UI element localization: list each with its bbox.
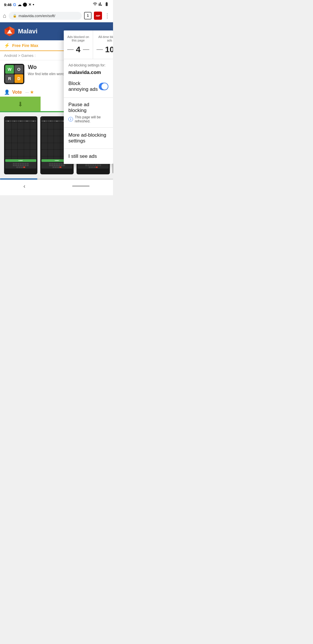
alltime-count: 10 (97, 45, 113, 54)
stars-area[interactable]: ··· ★ (25, 89, 34, 95)
x-icon: ✕ (28, 3, 31, 7)
ads-blocked-count: 4 (67, 45, 89, 54)
cloud-icon: ☁ (18, 3, 21, 7)
block-ads-toggle[interactable] (99, 83, 108, 90)
more-settings-row[interactable]: More ad-blocking settings (64, 128, 113, 149)
still-ads-row[interactable]: I still see ads (64, 149, 113, 164)
ads-blocked-label: Ads blocked on this page (67, 35, 89, 42)
browser-bar: ⌂ 🔒 malavida.com/en/soft/ 1 ABP ⋮ (0, 9, 113, 22)
app-icon: W O R D (4, 64, 24, 84)
dash-left-2 (97, 49, 103, 50)
info-circle-icon: i (68, 117, 73, 122)
scroll-indicator (0, 178, 113, 180)
tile-r: R (5, 74, 14, 83)
block-ads-row: Block annoying ads (68, 81, 108, 92)
status-left: 9:46 G ☁ ✕ • (4, 2, 34, 7)
malavida-logo-icon (4, 26, 15, 37)
pause-note-text: This page will be refreshed. (75, 115, 108, 123)
stat-cell-page: Ads blocked on this page 4 (64, 30, 93, 59)
abp-icon[interactable]: ABP (94, 12, 102, 20)
status-right (93, 2, 109, 8)
dash-left-1 (67, 49, 74, 50)
tile-o: O (14, 65, 23, 74)
bottom-nav: ‹ (0, 180, 113, 195)
more-settings-label: More ad-blocking settings (68, 132, 106, 144)
scroll-thumb (0, 178, 37, 180)
settings-section: Ad-blocking settings for: malavida.com B… (64, 59, 113, 98)
back-button[interactable]: ‹ (23, 183, 26, 189)
settings-for-label: Ad-blocking settings for: (68, 63, 108, 67)
url-bar[interactable]: 🔒 malavida.com/en/soft/ (9, 12, 82, 20)
malavida-name: Malavi (18, 28, 37, 35)
dot-icon: • (33, 2, 34, 7)
battery-icon (104, 2, 109, 8)
lock-icon: 🔒 (13, 14, 17, 18)
still-ads-label: I still see ads (68, 153, 97, 159)
star-icon: ★ (30, 89, 34, 95)
vote-person-icon: 👤 (4, 89, 10, 95)
circle-icon (23, 3, 27, 7)
tab-count[interactable]: 1 (84, 12, 92, 19)
pause-label: Pause ad blocking (68, 102, 108, 113)
tile-w: W (5, 65, 14, 74)
pause-row[interactable]: Pause ad blocking i This page will be re… (64, 98, 113, 128)
toggle-knob (101, 83, 108, 90)
signal-icon (99, 2, 103, 8)
wifi-icon (93, 2, 97, 8)
vote-text: Vote (12, 90, 22, 95)
tile-d: D (14, 74, 23, 83)
home-icon[interactable]: ⌂ (3, 12, 6, 19)
settings-domain: malavida.com (68, 70, 108, 75)
time: 9:46 (4, 3, 12, 7)
lightning-icon: ⚡ (4, 43, 10, 48)
stat-cell-alltime: All-time blocked ads 10 (93, 30, 113, 59)
nav-pill[interactable] (72, 185, 90, 187)
stats-row: Ads blocked on this page 4 All-time bloc… (64, 30, 113, 59)
dash-right-1 (83, 49, 89, 50)
url-text: malavida.com/en/soft/ (19, 14, 55, 18)
pause-note: i This page will be refreshed. (68, 115, 108, 123)
star-dots: ··· (25, 90, 29, 95)
block-ads-label: Block annoying ads (68, 81, 99, 92)
abp-popup: Ads blocked on this page 4 All-time bloc… (64, 30, 113, 164)
download-icon: ⬇ (18, 101, 23, 108)
status-bar: 9:46 G ☁ ✕ • (0, 0, 113, 9)
fire-max-text: Free Fire Max (12, 43, 38, 48)
screenshot-1[interactable]: ? ⌐ M L V D A SUBMIT (4, 116, 37, 174)
more-menu-icon[interactable]: ⋮ (104, 12, 110, 19)
download-button[interactable]: ⬇ (0, 97, 41, 112)
g-icon: G (13, 2, 16, 7)
alltime-label: All-time blocked ads (97, 35, 113, 42)
